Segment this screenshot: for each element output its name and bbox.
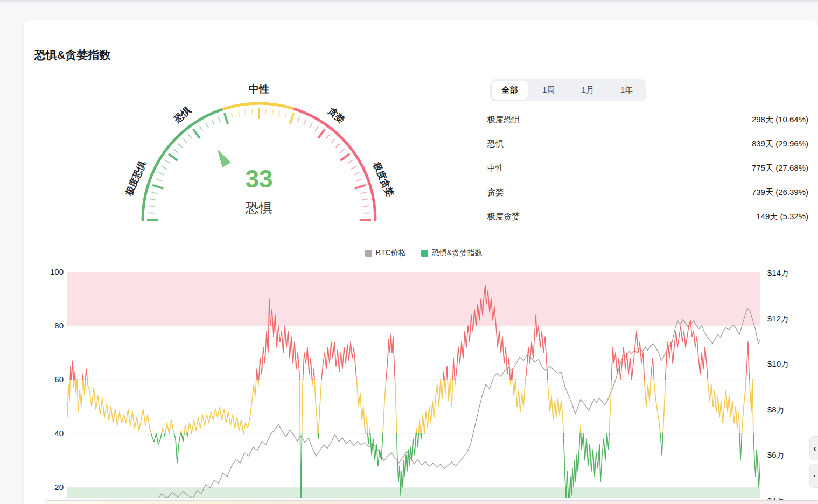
y-left-tick: 40 <box>32 428 64 439</box>
screen: 恐惧&贪婪指数 中性 恐惧 贪婪 极度恐惧 极度贪婪 33 恐惧 全部 1周 1… <box>0 0 818 504</box>
datazoom-slider[interactable] <box>46 500 818 504</box>
y-right-tick: $12万 <box>767 313 789 324</box>
dot-icon: · <box>813 471 816 481</box>
side-panel-toggle-button[interactable]: ‹ <box>809 436 818 460</box>
chart-tool-button[interactable]: · <box>809 464 818 488</box>
y-left-tick: 100 <box>32 267 64 277</box>
chevron-left-icon: ‹ <box>813 443 816 454</box>
y-right-tick: $10万 <box>767 359 789 369</box>
y-right-tick: $8万 <box>767 404 785 415</box>
fear-greed-history-chart[interactable] <box>0 0 818 504</box>
y-left-tick: 20 <box>32 482 64 493</box>
y-left-tick: 80 <box>32 320 64 331</box>
y-right-tick: $14万 <box>767 268 789 278</box>
y-right-tick: $6万 <box>767 450 785 460</box>
y-left-tick: 60 <box>32 374 64 385</box>
